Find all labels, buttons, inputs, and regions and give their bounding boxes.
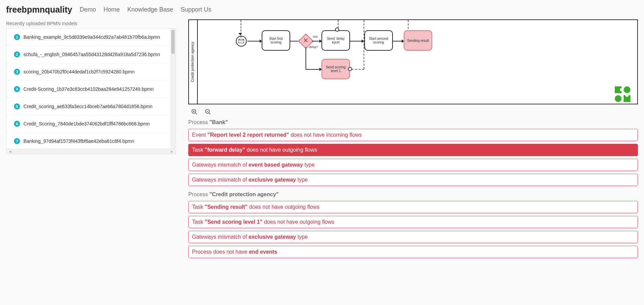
svg-point-13	[625, 94, 629, 97]
issue-item[interactable]: Gateways mismatch of exclusive gateway t…	[188, 231, 638, 243]
envelope-icon	[239, 39, 244, 43]
puzzle-logo-icon[interactable]	[613, 85, 632, 105]
svg-point-10	[615, 95, 622, 102]
process-title: Process "Credit protection agency"	[188, 191, 638, 201]
svg-point-9	[624, 86, 630, 93]
list-badge: 6	[14, 121, 20, 127]
seq-flow	[312, 41, 320, 41]
list-item[interactable]: 4Credit-Scoring_1b37e3c83ccb4102baa284e9…	[6, 81, 170, 98]
intermediate-event	[335, 28, 339, 32]
svg-line-2	[195, 113, 197, 115]
issues-bank: Event "Report level 2 report returned" d…	[188, 129, 638, 186]
lane-title: Credit protection agency	[190, 41, 194, 82]
zoom-controls	[188, 104, 638, 119]
seq-flow	[393, 41, 402, 41]
task-sending-result[interactable]: Sending result	[404, 30, 432, 51]
list-item-label: Banking_example_9c5d8339e9a344cd92a7ab48…	[23, 34, 160, 40]
list-badge: 7	[14, 138, 20, 144]
issues-cpa: Task "Sending result" does not have outg…	[188, 201, 638, 258]
arrow-head	[362, 39, 364, 43]
issue-item[interactable]: Gateways mismatch of exclusive gateway t…	[188, 174, 638, 186]
list-item-label: Credit_Scoring_7840de1bde374062bdf1fff47…	[23, 121, 150, 126]
process-title: Process "Bank"	[188, 119, 638, 129]
gateway-x-icon: ✕	[303, 37, 308, 44]
issue-item[interactable]: Task "Sending result" does not have outg…	[188, 201, 638, 213]
scroll-left-icon[interactable]: ◄	[8, 150, 12, 153]
svg-line-6	[209, 113, 211, 115]
issue-item[interactable]: Event "Report level 2 report returned" d…	[188, 129, 638, 141]
nav-link-knowledge-base[interactable]: Knowledge Base	[127, 6, 173, 13]
brand-logo[interactable]: freebpmnquality	[6, 5, 72, 15]
list-badge: 2	[14, 51, 20, 57]
scroll-right-icon[interactable]: ►	[170, 150, 174, 153]
issue-item[interactable]: Gateways mismatch of event based gateway…	[188, 159, 638, 171]
gateway-label-yes: Yes	[313, 35, 318, 38]
list-badge: 1	[14, 34, 20, 40]
list-item[interactable]: 2schufa_-_english_0946457aa55d43128d426a…	[6, 46, 170, 63]
list-item-label: scoring_20b470b2f0c44dedaf1cb2f7c5924280…	[23, 69, 135, 74]
list-badge: 4	[14, 86, 20, 92]
list-badge: 3	[14, 69, 20, 75]
task-send-scoring-level1[interactable]: Send scoring level 1	[321, 59, 350, 79]
message-flow	[351, 69, 364, 70]
list-item-label: Banking_97d94af1573f443fbf6ae42eba61c8f4…	[23, 138, 134, 144]
seq-flow	[350, 41, 362, 41]
list-item-label: schufa_-_english_0946457aa55d43128d426a9…	[23, 52, 160, 57]
scrollbar-horiz[interactable]: ◄ ►	[6, 149, 176, 154]
intermediate-event	[348, 67, 352, 71]
model-list: 1Banking_example_9c5d8339e9a344cd92a7ab4…	[6, 28, 176, 149]
issue-item[interactable]: Process does not have end events	[188, 246, 638, 258]
nav-link-demo[interactable]: Demo	[80, 6, 96, 13]
arrow-head-down	[239, 33, 242, 35]
nav-link-home[interactable]: Home	[104, 6, 120, 13]
task-start-second-scoring[interactable]: Start second scoring	[364, 30, 393, 51]
scroll-thumb[interactable]	[171, 30, 175, 54]
seq-flow	[306, 69, 320, 70]
nav: DemoHomeKnowledge BaseSupport Us	[80, 6, 211, 13]
list-item[interactable]: 3scoring_20b470b2f0c44dedaf1cb2f7c592428…	[6, 63, 170, 81]
list-item[interactable]: 5Credit_scoring_ae633fa3ecc14bceb7aeb6a7…	[6, 98, 170, 115]
list-item-label: Credit_scoring_ae633fa3ecc14bceb7aeb6a78…	[23, 104, 153, 109]
scrollbar-vert[interactable]	[170, 29, 176, 149]
list-badge: 5	[14, 103, 20, 109]
nav-link-support-us[interactable]: Support Us	[181, 6, 211, 13]
lane-divider	[197, 20, 198, 104]
seq-flow	[306, 47, 306, 69]
list-item[interactable]: 1Banking_example_9c5d8339e9a344cd92a7ab4…	[6, 29, 170, 46]
svg-point-12	[620, 88, 623, 91]
task-send-delay-report[interactable]: Send 'delay eport	[321, 30, 350, 51]
issue-item[interactable]: Task "Send scoring level 1" does not hav…	[188, 216, 638, 228]
list-item[interactable]: 7Banking_97d94af1573f443fbf6ae42eba61c8f…	[6, 133, 170, 149]
task-start-first-scoring[interactable]: Start first scoring	[262, 30, 290, 51]
topbar: freebpmnquality DemoHomeKnowledge BaseSu…	[0, 0, 644, 19]
model-list-inner[interactable]: 1Banking_example_9c5d8339e9a344cd92a7ab4…	[6, 29, 170, 149]
recent-header: Recently uploaded BPMN models	[6, 19, 176, 28]
start-event[interactable]	[236, 36, 247, 47]
bpmn-diagram[interactable]: Credit protection agency Start first sco…	[188, 19, 638, 104]
list-item-label: Credit-Scoring_1b37e3c83ccb4102baa284e94…	[23, 86, 154, 92]
gateway-label-delay: delay?	[309, 45, 318, 49]
zoom-in-icon[interactable]	[191, 108, 198, 115]
zoom-out-icon[interactable]	[205, 108, 211, 115]
message-flow	[338, 20, 338, 28]
seq-flow	[247, 41, 260, 41]
issue-item[interactable]: Task "forward delay" does not have outgo…	[188, 144, 638, 156]
list-item[interactable]: 6Credit_Scoring_7840de1bde374062bdf1fff4…	[6, 115, 170, 133]
